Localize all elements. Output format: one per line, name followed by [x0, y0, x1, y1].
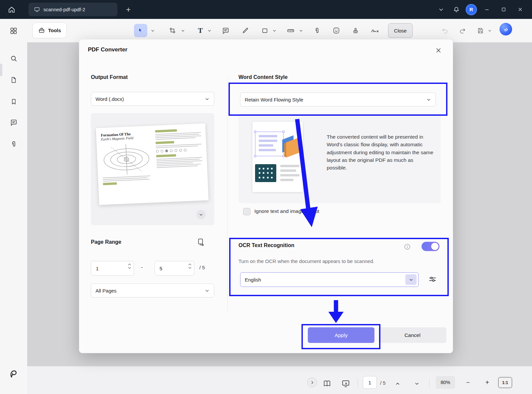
undo-button[interactable]	[438, 24, 452, 37]
signature-tool-button[interactable]	[367, 24, 383, 37]
page-number-field	[363, 376, 377, 389]
save-button[interactable]	[474, 24, 487, 37]
actual-size-button[interactable]: 1:1	[498, 377, 512, 388]
toggle-knob	[431, 243, 438, 250]
slideshow-button[interactable]	[340, 378, 351, 389]
panel-collapse-handle[interactable]	[0, 64, 2, 76]
page-thumbnails-button[interactable]	[7, 73, 20, 87]
page-icon	[10, 76, 17, 84]
cursor-icon	[137, 27, 144, 34]
sticker-icon	[333, 27, 340, 34]
brand-logo-button[interactable]	[7, 367, 20, 380]
page-number-input[interactable]	[363, 376, 376, 388]
ignore-layout-label: Ignore text and image layout	[254, 208, 319, 214]
panel-toggle-button[interactable]	[7, 24, 20, 37]
stamp-tool-button[interactable]	[349, 24, 362, 37]
attachment-tool-button[interactable]	[310, 24, 324, 37]
range-from-stepper[interactable]	[128, 263, 131, 269]
ai-assistant-button[interactable]	[499, 22, 513, 36]
pages-mode-select[interactable]: All Pages	[91, 284, 214, 297]
comment-tool-button[interactable]	[219, 24, 232, 37]
ignore-layout-checkbox[interactable]	[243, 208, 250, 215]
new-tab-button[interactable]: +	[123, 4, 134, 15]
shape-tool-dropdown[interactable]	[272, 28, 277, 33]
chevron-down-icon	[205, 97, 210, 101]
page-export-icon	[197, 238, 205, 246]
maximize-button[interactable]	[497, 3, 510, 16]
preview-expand-button[interactable]	[196, 210, 206, 219]
bookmarks-button[interactable]	[7, 95, 20, 108]
monitor-icon	[34, 6, 40, 13]
previous-page-button[interactable]	[393, 379, 402, 388]
user-avatar[interactable]: R	[466, 4, 477, 15]
crop-tool-dropdown[interactable]	[180, 28, 185, 33]
word-content-style-label: Word Content Style	[238, 74, 288, 80]
language-dropdown-button[interactable]	[405, 274, 417, 285]
shape-tool-button[interactable]	[258, 24, 271, 37]
text-tool-button[interactable]: T	[194, 24, 207, 37]
minimize-button[interactable]	[480, 3, 494, 16]
select-tool-dropdown[interactable]	[150, 28, 155, 33]
select-tool-button[interactable]	[134, 24, 147, 37]
dialog-close-button[interactable]	[433, 45, 443, 55]
save-dropdown[interactable]	[487, 28, 492, 33]
close-icon	[517, 7, 523, 12]
tabs-list-button[interactable]	[435, 4, 447, 16]
zoom-out-button[interactable]: −	[463, 377, 473, 387]
apply-button[interactable]: Apply	[308, 327, 374, 343]
page-range-settings-button[interactable]	[196, 237, 206, 247]
statusbar-expand-button[interactable]	[307, 377, 317, 387]
search-icon	[10, 55, 18, 62]
page-total-label: / 5	[380, 380, 386, 386]
chevron-right-icon	[310, 380, 314, 385]
attachments-panel-button[interactable]	[7, 137, 20, 151]
close-window-button[interactable]	[513, 3, 527, 16]
zoom-in-button[interactable]: +	[482, 377, 492, 387]
tools-button[interactable]: Tools	[33, 23, 67, 38]
chevron-up-icon	[395, 381, 400, 386]
output-format-value: Word (.docx)	[96, 96, 124, 102]
zoom-level-button[interactable]: 80%	[436, 376, 455, 389]
reading-mode-button[interactable]	[322, 378, 332, 389]
word-style-select[interactable]: Retain Word Flowing Style	[240, 93, 436, 106]
range-total-label: / 5	[199, 265, 205, 270]
output-format-select[interactable]: Word (.docx)	[91, 92, 214, 106]
close-icon	[435, 47, 442, 54]
tools-label: Tools	[48, 28, 61, 33]
pen-tool-button[interactable]	[239, 24, 252, 37]
text-icon: T	[198, 26, 203, 35]
notifications-button[interactable]	[450, 4, 462, 16]
redo-button[interactable]	[456, 24, 469, 37]
text-tool-dropdown[interactable]	[207, 28, 212, 33]
crop-tool-button[interactable]	[166, 24, 179, 37]
dialog-title: PDF Converter	[88, 46, 127, 53]
range-to-stepper[interactable]	[188, 263, 192, 269]
search-button[interactable]	[7, 52, 20, 65]
ocr-language-select[interactable]: English	[240, 272, 419, 287]
next-page-button[interactable]	[413, 379, 421, 388]
paperclip-icon	[313, 27, 321, 34]
close-editing-button[interactable]: Close	[388, 23, 413, 38]
chart-shapes-graphic	[280, 132, 300, 164]
ocr-hint: Turn on the OCR when the document appear…	[238, 258, 374, 264]
chevron-down-icon	[438, 6, 444, 13]
redo-icon	[459, 27, 466, 34]
comments-panel-button[interactable]	[7, 116, 20, 129]
magnetic-field-diagram	[101, 141, 152, 177]
measure-tool-dropdown[interactable]	[298, 28, 303, 33]
ocr-info-button[interactable]	[404, 243, 411, 250]
document-thumbnail: Formation Of The Earth's Magnetic Field	[96, 123, 209, 205]
home-button[interactable]	[5, 3, 19, 17]
range-from-field	[91, 261, 134, 276]
measure-tool-button[interactable]	[284, 24, 297, 37]
ocr-settings-button[interactable]	[427, 274, 438, 285]
maximize-icon	[501, 7, 506, 12]
ocr-toggle[interactable]	[422, 242, 439, 251]
cancel-button[interactable]: Cancel	[378, 327, 446, 343]
format-preview-card: Formation Of The Earth's Magnetic Field	[91, 113, 214, 225]
bookmark-icon	[10, 98, 17, 105]
document-tab[interactable]: scanned-pdf-updf-2	[29, 3, 117, 16]
range-to-input[interactable]	[155, 261, 183, 275]
range-from-input[interactable]	[91, 261, 123, 275]
sticker-tool-button[interactable]	[330, 24, 343, 37]
